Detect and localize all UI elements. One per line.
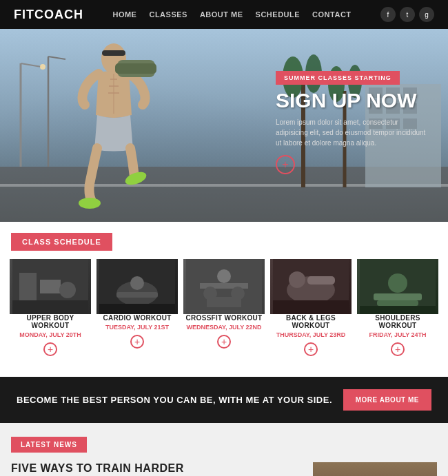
site-header: FITCOACH HOME CLASSES ABOUT ME SCHEDULE … (0, 0, 448, 29)
workout-date-3: WEDNESDAY, JULY 22ND (183, 324, 265, 331)
workout-plus-4[interactable]: + (304, 342, 318, 356)
facebook-icon[interactable]: f (380, 7, 396, 22)
workout-image-2 (96, 259, 178, 314)
workout-image-3 (183, 259, 265, 314)
news-article-image (313, 462, 437, 476)
svg-rect-59 (360, 306, 436, 314)
svg-point-49 (217, 269, 231, 283)
main-nav: HOME CLASSES ABOUT ME SCHEDULE CONTACT (112, 10, 351, 19)
hero-badge: SUMMER CLASSES STARTING (276, 71, 400, 85)
workout-item-3: CROSSFIT WORKOUT WEDNESDAY, JULY 22ND + (181, 259, 267, 363)
workout-plus-5[interactable]: + (391, 342, 405, 356)
hero-overlay: SUMMER CLASSES STARTING SIGN UP NOW Lore… (276, 70, 427, 174)
svg-rect-54 (273, 300, 349, 314)
workout-date-1: MONDAY, JULY 20TH (10, 331, 91, 338)
svg-rect-58 (377, 300, 418, 306)
svg-rect-60 (313, 462, 437, 476)
workout-image-1 (10, 259, 91, 314)
workout-name-5: SHOULDERS WORKOUT (357, 314, 438, 329)
svg-rect-35 (19, 273, 37, 300)
nav-schedule[interactable]: SCHEDULE (256, 10, 301, 19)
workout-date-4: THURSDAY, JULY 23RD (270, 331, 352, 338)
news-header-label: LATEST NEWS (11, 437, 87, 453)
workout-date-2: TUESDAY, JULY 21ST (96, 324, 178, 331)
workout-item-4: BACK & LEGS WORKOUT THURSDAY, JULY 23RD … (267, 259, 354, 363)
hero-signup-button[interactable]: + (276, 155, 295, 174)
svg-rect-36 (40, 280, 61, 293)
workout-item-1: UPPER BODY WORKOUT MONDAY, JULY 20TH + (7, 259, 94, 363)
nav-home[interactable]: HOME (112, 10, 136, 19)
svg-rect-48 (207, 297, 241, 307)
workout-name-4: BACK & LEGS WORKOUT (270, 314, 352, 329)
schedule-section: CLASS SCHEDULE UPPER BODY WORKOUT MONDAY… (0, 222, 448, 377)
hero-section: SUMMER CLASSES STARTING SIGN UP NOW Lore… (0, 29, 448, 222)
workout-item-5: SHOULDERS WORKOUT FRIDAY, JULY 24TH + (354, 259, 441, 363)
workout-plus-1[interactable]: + (43, 342, 57, 356)
site-logo: FITCOACH (14, 8, 83, 22)
googleplus-icon[interactable]: g (419, 7, 434, 22)
workout-image-4 (270, 259, 352, 314)
banner-text: BECOME THE BEST PERSON YOU CAN BE, WITH … (17, 395, 343, 405)
social-icons-group: f t g (380, 7, 434, 22)
hero-description: Lorem ipsum dolor sit amet, consectetur … (276, 117, 427, 148)
svg-rect-43 (99, 304, 175, 314)
workout-image-5 (357, 259, 438, 314)
news-article-title: FIVE WAYS TO TRAIN HARDER (11, 462, 302, 475)
news-text-block: FIVE WAYS TO TRAIN HARDER THURSDAY, JULY… (11, 462, 302, 476)
more-about-me-button[interactable]: MORE ABOUT ME (343, 389, 431, 411)
hero-title: SIGN UP NOW (276, 89, 427, 112)
workout-name-3: CROSSFIT WORKOUT (183, 314, 265, 322)
workout-date-5: FRIDAY, JULY 24TH (357, 331, 438, 338)
news-content: FIVE WAYS TO TRAIN HARDER THURSDAY, JULY… (11, 462, 437, 476)
workout-name-2: CARDIO WORKOUT (96, 314, 178, 322)
promo-banner: BECOME THE BEST PERSON YOU CAN BE, WITH … (0, 377, 448, 423)
workout-plus-3[interactable]: + (217, 335, 231, 349)
svg-rect-42 (116, 292, 158, 298)
nav-about[interactable]: ABOUT ME (200, 10, 243, 19)
nav-classes[interactable]: CLASSES (149, 10, 187, 19)
svg-rect-38 (12, 300, 88, 314)
nav-contact[interactable]: CONTACT (312, 10, 351, 19)
workout-name-1: UPPER BODY WORKOUT (10, 314, 91, 329)
workout-item-2: CARDIO WORKOUT TUESDAY, JULY 21ST + (94, 259, 181, 363)
news-section: LATEST NEWS FIVE WAYS TO TRAIN HARDER TH… (0, 423, 448, 476)
svg-point-37 (59, 282, 76, 298)
svg-rect-53 (307, 276, 335, 284)
schedule-header-label: CLASS SCHEDULE (11, 233, 112, 251)
twitter-icon[interactable]: t (400, 7, 415, 22)
svg-point-56 (388, 273, 407, 293)
svg-point-41 (130, 276, 144, 290)
svg-point-52 (289, 271, 305, 288)
workout-grid: UPPER BODY WORKOUT MONDAY, JULY 20TH + C… (0, 259, 448, 363)
svg-rect-57 (374, 293, 422, 300)
workout-plus-2[interactable]: + (130, 335, 144, 349)
